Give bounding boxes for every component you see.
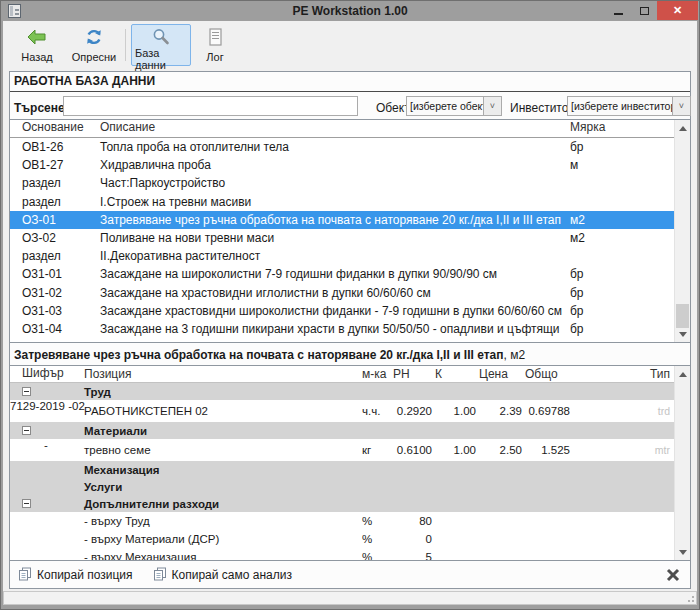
copy-analysis-button[interactable]: Копирай само анализ	[153, 567, 292, 584]
copy-icon	[18, 567, 32, 584]
search-magnifier-icon	[151, 27, 171, 47]
table-row[interactable]: О31-04Засаждане на 3 годишни пикирани хр…	[10, 320, 674, 338]
scroll-down-icon[interactable]	[675, 326, 690, 342]
table-row[interactable]: О31-01Засаждане на широколистни 7-9 годи…	[10, 265, 674, 283]
database-label: База данни	[135, 47, 187, 71]
group-row-dopalnitelni[interactable]: Допълнителни разходи	[10, 495, 674, 512]
positions-table: Основание Описание Мярка ОВ1-26Топла про…	[10, 119, 690, 343]
table-row-selected[interactable]: ОЗ-01Затревяване чрез ръчна обработка на…	[10, 211, 674, 229]
analysis-title: Затревяване чрез ръчна обработка на почв…	[10, 345, 690, 365]
scroll-up-icon[interactable]	[675, 120, 690, 136]
back-button[interactable]: Назад	[11, 24, 63, 66]
table-row[interactable]: ОЗ-02Поливане на нови тревни масим2	[10, 229, 674, 247]
log-document-icon	[205, 27, 225, 47]
object-select-value: [изберете обект]	[407, 97, 483, 115]
positions-table-header: Основание Описание Мярка	[10, 120, 674, 138]
analysis-title-unit: , м2	[504, 348, 526, 362]
analysis-row[interactable]: - върху Механизация % 5	[10, 548, 674, 560]
copy-position-button[interactable]: Копирай позиция	[18, 567, 133, 584]
column-header-obshto: Общо	[522, 367, 570, 381]
column-header-poziciya: Позиция	[82, 367, 356, 381]
window-title: PE Workstation 1.00	[1, 4, 699, 18]
resize-grip-icon[interactable]	[686, 594, 694, 602]
titlebar[interactable]: PE Workstation 1.00 ✕	[1, 1, 699, 21]
search-label: Търсене:	[14, 98, 69, 118]
positions-table-body: ОВ1-26Топла проба на отоплителни телабр …	[10, 138, 674, 342]
back-label: Назад	[21, 51, 53, 63]
analysis-scrollbar[interactable]	[674, 366, 690, 560]
collapse-icon[interactable]	[22, 387, 31, 396]
group-row-materiali[interactable]: Материали	[10, 422, 674, 439]
column-header-mka: м-ка	[356, 367, 390, 381]
toolbar: Назад Опресни	[3, 21, 697, 69]
object-select-arrow[interactable]: ˅	[483, 97, 501, 115]
analysis-title-text: Затревяване чрез ръчна обработка на почв…	[14, 348, 504, 362]
analysis-grid-header: Шифър Позиция м-ка РН К Цена Общо Тип	[10, 366, 674, 383]
analysis-row[interactable]: - върху Труд % 80	[10, 512, 674, 530]
positions-scrollbar[interactable]	[674, 120, 690, 342]
group-row-trud[interactable]: Труд	[10, 383, 674, 400]
log-button[interactable]: Лог	[195, 24, 235, 66]
table-row[interactable]: О31-03Засаждане храстовидни широколистни…	[10, 302, 674, 320]
back-arrow-icon	[26, 27, 48, 47]
table-row-clipped[interactable]: О31-05Р2	[10, 338, 674, 342]
search-input[interactable]	[63, 96, 358, 116]
analysis-row[interactable]: - върху Материали (ДСР) % 0	[10, 530, 674, 548]
object-select[interactable]: [изберете обект] ˅	[406, 96, 502, 116]
table-row[interactable]: ОВ1-27Хидравлична пробам	[10, 156, 674, 174]
database-button[interactable]: База данни	[131, 24, 191, 66]
group-row-uslugi[interactable]: Услуги	[10, 478, 674, 495]
copy-icon	[153, 567, 167, 584]
table-row[interactable]: ОВ1-26Топла проба на отоплителни телабр	[10, 138, 674, 156]
refresh-button[interactable]: Опресни	[67, 24, 121, 66]
column-header-osnovanie: Основание	[10, 120, 90, 137]
investor-select[interactable]: [изберете инвеститор] ˅	[567, 96, 691, 116]
column-header-cena: Цена	[476, 367, 522, 381]
maximize-button[interactable]	[631, 1, 657, 20]
investor-select-value: [изберете инвеститор]	[568, 97, 672, 115]
investor-select-arrow[interactable]: ˅	[672, 97, 690, 115]
panel-title: РАБОТНА БАЗА ДАННИ	[10, 72, 690, 92]
filter-row: Търсене: Обект: [изберете обект] ˅ Инвес…	[10, 94, 690, 118]
analysis-grid: Шифър Позиция м-ка РН К Цена Общо Тип Тр…	[10, 365, 690, 561]
minimize-button[interactable]	[605, 1, 631, 20]
close-x-icon	[666, 568, 680, 582]
panel-footer: Копирай позиция Копирай само анализ	[10, 561, 690, 589]
copy-position-label: Копирай позиция	[37, 568, 133, 582]
column-header-shifr: Шифър	[10, 366, 82, 382]
close-panel-button[interactable]	[666, 568, 680, 585]
refresh-label: Опресни	[72, 51, 116, 63]
analysis-row[interactable]: - тревно семе кг 0.6100 1.00 2.50 1.525 …	[10, 439, 674, 461]
table-row[interactable]: О31-02Засаждане на храстовидни иглолистн…	[10, 284, 674, 302]
scrollbar-thumb[interactable]	[676, 304, 689, 328]
column-header-opisanie: Описание	[90, 120, 562, 137]
table-row-section[interactable]: разделЧаст:Паркоустройство	[10, 174, 674, 192]
chevron-down-icon: ˅	[679, 101, 684, 111]
close-icon: ✕	[673, 4, 682, 17]
column-header-k: К	[432, 367, 476, 381]
collapse-icon[interactable]	[22, 426, 31, 435]
copy-analysis-label: Копирай само анализ	[172, 568, 292, 582]
app-window: PE Workstation 1.00 ✕ Назад	[0, 0, 700, 610]
analysis-row[interactable]: 7129-2019 -02 РАБОТНИКСТЕПЕН 02 ч.ч. 0.2…	[10, 400, 674, 422]
database-panel: РАБОТНА БАЗА ДАННИ Търсене: Обект: [избе…	[9, 71, 691, 589]
status-bar	[3, 591, 697, 605]
analysis-grid-body: Труд 7129-2019 -02 РАБОТНИКСТЕПЕН 02 ч.ч…	[10, 383, 674, 560]
scroll-up-icon[interactable]	[675, 366, 690, 382]
collapse-icon[interactable]	[22, 499, 31, 508]
close-button[interactable]: ✕	[657, 1, 698, 20]
toolbar-separator	[125, 29, 126, 61]
table-row-section[interactable]: разделII.Декоративна растителност	[10, 247, 674, 265]
maximize-icon	[640, 7, 649, 15]
scroll-down-icon[interactable]	[675, 544, 690, 560]
chevron-down-icon: ˅	[490, 101, 495, 111]
group-row-mehanizaciya[interactable]: Механизация	[10, 461, 674, 478]
column-header-mqrka: Мярка	[562, 120, 674, 137]
column-header-tip: Тип	[570, 367, 674, 381]
window-body: Назад Опресни	[3, 21, 697, 605]
column-header-rn: РН	[390, 367, 432, 381]
log-label: Лог	[206, 51, 223, 63]
minimize-icon	[614, 13, 623, 15]
table-row-section[interactable]: разделI.Строеж на тревни масиви	[10, 193, 674, 211]
refresh-icon	[84, 27, 104, 47]
